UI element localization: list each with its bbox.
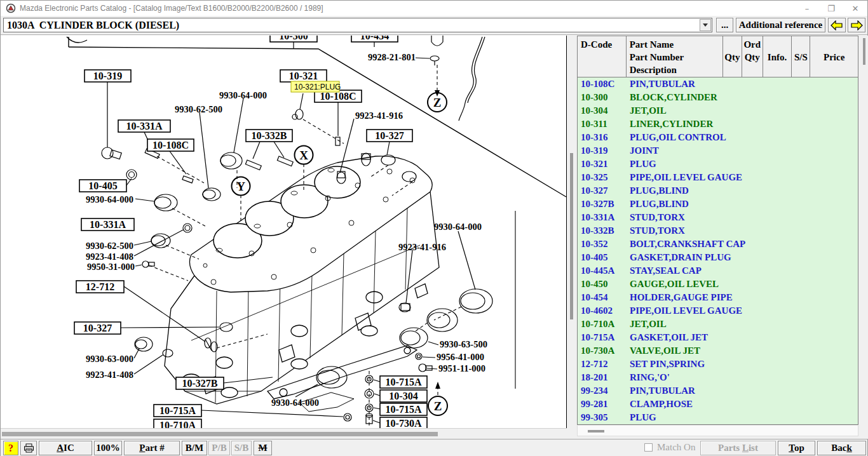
part-number-label: 9923-41-408: [86, 251, 133, 262]
table-row[interactable]: 10-325PIPE,OIL LEVEL GAUGE: [578, 171, 858, 184]
header-qty: Qty: [723, 36, 742, 77]
svg-text:10-730A: 10-730A: [386, 418, 422, 428]
table-row[interactable]: 10-311LINER,CYLINDER: [578, 117, 858, 131]
part-number-label: 9930-62-500: [86, 241, 133, 251]
part-label[interactable]: 10-715A: [380, 403, 427, 415]
table-row[interactable]: 10-405GASKET,DRAIN PLUG: [578, 251, 858, 264]
table-row[interactable]: 10-321PLUG: [578, 158, 858, 171]
row-dcode: 10-454: [578, 291, 627, 304]
part-label[interactable]: 10-710A: [154, 419, 201, 428]
svg-text:10-715A: 10-715A: [386, 377, 422, 387]
part-label[interactable]: 10-730A: [380, 417, 427, 428]
part-label[interactable]: 10-715A: [380, 376, 427, 388]
part-label[interactable]: 10-331A: [118, 120, 170, 132]
row-dcode: 12-712: [578, 358, 627, 371]
diagram-vscroll-thumb[interactable]: [570, 153, 573, 319]
prev-page-button[interactable]: [828, 18, 846, 32]
row-dcode: 10-332B: [578, 224, 627, 238]
table-row[interactable]: 10-710AJET,OIL: [578, 318, 858, 331]
table-horizontal-scrollbar[interactable]: [577, 425, 858, 436]
table-row[interactable]: 10-332BSTUD,TORX: [578, 224, 858, 238]
diagram-hscroll-thumb[interactable]: [2, 432, 438, 436]
close-button[interactable]: ✕: [843, 1, 867, 16]
table-row[interactable]: 10-327PLUG,BLIND: [578, 184, 858, 198]
table-row[interactable]: 10-300BLOCK,CYLINDER: [578, 91, 858, 104]
window-title: Mazda Electronic Parts Catalog - [Catalo…: [20, 4, 323, 13]
table-row[interactable]: 10-108CPIN,TUBULAR: [578, 77, 858, 91]
part-label[interactable]: 10-715A: [154, 405, 201, 417]
print-button[interactable]: [20, 441, 37, 455]
part-label[interactable]: 10-304: [380, 390, 427, 402]
table-row[interactable]: 10-319JOINT: [578, 144, 858, 158]
table-row[interactable]: 10-4602PIPE,OIL LEVEL GAUGE: [578, 304, 858, 318]
table-row[interactable]: 10-304JET,OIL: [578, 104, 858, 117]
table-row[interactable]: 10-454HOLDER,GAUGE PIPE: [578, 291, 858, 304]
row-part-name: SET PIN,SPRING: [627, 358, 855, 371]
header-info: Info.: [763, 36, 792, 77]
table-row[interactable]: 99-234PIN,TUBULAR: [578, 384, 858, 398]
additional-reference-button[interactable]: Additional reference: [736, 18, 825, 32]
row-dcode: 10-304: [578, 104, 627, 117]
table-row[interactable]: 10-327BPLUG,BLIND: [578, 198, 858, 211]
table-vertical-scrollbar[interactable]: [861, 36, 867, 436]
table-row[interactable]: 10-331ASTUD,TORX: [578, 211, 858, 224]
row-dcode: 18-201: [578, 371, 627, 384]
row-dcode: 99-281: [578, 398, 627, 411]
table-row[interactable]: 10-352BOLT,CRANKSHAFT CAP: [578, 238, 858, 251]
header-ord-qty: Ord Qty: [742, 36, 763, 77]
row-part-name: BOLT,CRANKSHAFT CAP: [627, 238, 855, 251]
diagram-vertical-scrollbar[interactable]: [567, 36, 576, 439]
part-number-button[interactable]: Part #: [124, 441, 180, 455]
table-hscroll-thumb[interactable]: [588, 430, 604, 433]
bottom-toolbar: ? AIC 100% Part # B/M P/B S/B M Match On…: [1, 439, 867, 456]
svg-text:10-321:PLUG: 10-321:PLUG: [294, 83, 341, 91]
aic-button[interactable]: AIC: [39, 441, 92, 455]
top-button[interactable]: Top: [778, 441, 815, 455]
match-on-checkbox[interactable]: [644, 443, 653, 452]
svg-text:10-715A: 10-715A: [159, 405, 196, 416]
section-combobox[interactable]: 1030A CYLINDER BLOCK (DIESEL): [3, 18, 712, 32]
restore-button[interactable]: ❐: [819, 1, 843, 16]
part-label[interactable]: 12-712: [76, 281, 124, 293]
table-vscroll-thumb[interactable]: [863, 38, 865, 65]
part-label[interactable]: 10-454: [351, 36, 398, 42]
table-row[interactable]: 10-445ASTAY,SEAL CAP: [578, 264, 858, 278]
part-label[interactable]: 10-321: [280, 70, 327, 82]
table-row[interactable]: 99-305PLUG: [578, 411, 858, 424]
part-label[interactable]: 10-108C: [147, 139, 194, 151]
m-button[interactable]: M: [254, 441, 272, 455]
table-row[interactable]: 99-281CLAMP,HOSE: [578, 398, 858, 411]
table-row[interactable]: 10-715AGASKET,OIL JET: [578, 331, 858, 344]
arrow-up-marker: [435, 382, 440, 389]
table-row[interactable]: 12-712SET PIN,SPRING: [578, 358, 858, 371]
table-row[interactable]: 10-450GAUGE,OIL LEVEL: [578, 278, 858, 291]
row-part-name: PLUG,BLIND: [627, 198, 855, 211]
next-page-button[interactable]: [848, 18, 865, 32]
combobox-dropdown-button[interactable]: [700, 19, 711, 31]
diagram-horizontal-scrollbar[interactable]: [1, 428, 567, 439]
row-part-name: STUD,TORX: [627, 211, 855, 224]
part-label[interactable]: 10-327B: [176, 377, 224, 389]
bm-button[interactable]: B/M: [182, 441, 207, 455]
part-label[interactable]: 10-405: [79, 180, 126, 192]
printer-icon: [24, 443, 34, 453]
minimize-button[interactable]: –: [795, 1, 819, 16]
part-label[interactable]: 10-331A: [81, 218, 134, 231]
table-row[interactable]: 18-201RING,'O': [578, 371, 858, 384]
back-button[interactable]: Back: [817, 441, 866, 455]
part-label[interactable]: 10-327: [74, 322, 121, 334]
row-dcode: 10-331A: [578, 211, 627, 224]
row-part-name: PIPE,OIL LEVEL GAUGE: [627, 304, 855, 318]
part-label[interactable]: 10-332B: [246, 130, 292, 142]
part-number-label: 9930-64-000: [271, 398, 319, 408]
zoom-level-button[interactable]: 100%: [94, 441, 122, 455]
part-label[interactable]: 10-327: [367, 130, 412, 142]
help-button[interactable]: ?: [3, 441, 18, 455]
svg-text:10-327: 10-327: [375, 130, 403, 141]
table-row[interactable]: 10-316PLUG,OIL CONTROL: [578, 131, 858, 144]
row-dcode: 10-327: [578, 184, 627, 198]
part-label[interactable]: 10-319: [85, 70, 131, 82]
part-label[interactable]: 10-300: [270, 36, 317, 42]
more-button[interactable]: ...: [716, 18, 733, 32]
table-row[interactable]: 10-730AVALVE,OIL JET: [578, 344, 858, 358]
